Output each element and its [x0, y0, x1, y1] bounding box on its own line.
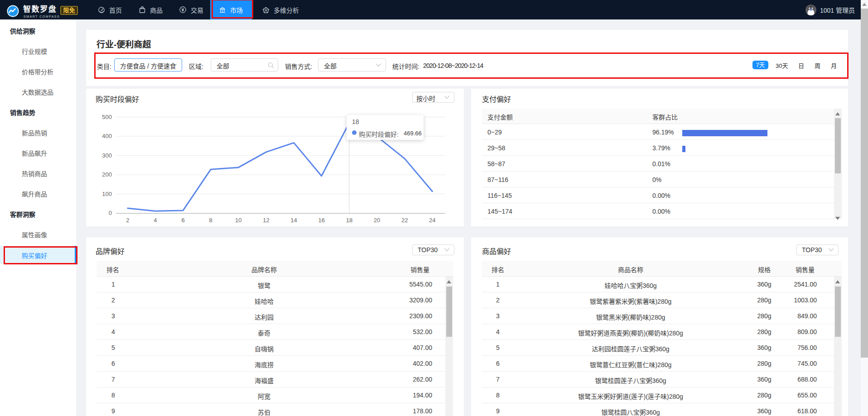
- svg-text:0: 0: [109, 210, 112, 216]
- svg-text:100: 100: [102, 191, 112, 197]
- svg-text:500: 500: [102, 114, 112, 120]
- svg-text:24: 24: [429, 217, 435, 224]
- svg-text:14: 14: [290, 217, 297, 224]
- svg-text:22: 22: [401, 217, 408, 224]
- svg-text:400: 400: [102, 133, 112, 139]
- svg-text:16: 16: [318, 217, 324, 224]
- svg-text:10: 10: [235, 217, 241, 224]
- svg-text:18: 18: [346, 217, 352, 224]
- svg-text:4: 4: [154, 217, 157, 224]
- svg-text:200: 200: [102, 171, 112, 178]
- svg-text:300: 300: [102, 152, 112, 159]
- svg-text:6: 6: [181, 217, 184, 224]
- svg-text:20: 20: [374, 217, 380, 224]
- svg-text:12: 12: [263, 217, 269, 224]
- svg-text:8: 8: [209, 217, 212, 224]
- svg-text:2: 2: [126, 217, 129, 224]
